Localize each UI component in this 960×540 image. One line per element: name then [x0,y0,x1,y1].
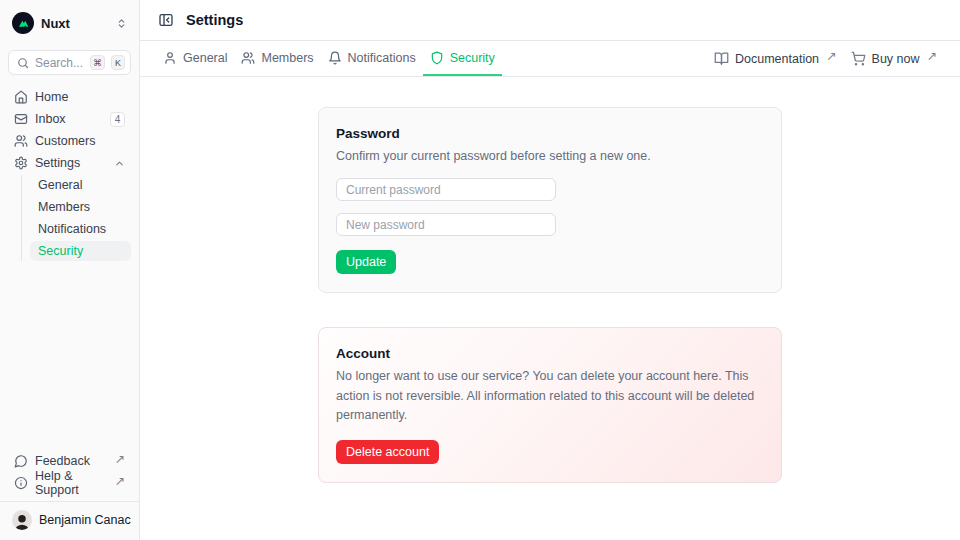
sidebar-item-label: Notifications [38,222,123,236]
chevrons-up-down-icon [116,18,127,29]
panel-left-close-icon [158,12,174,28]
tab-members[interactable]: Members [234,41,320,76]
sidebar-item-label: Help & Support [35,469,107,497]
kbd-k: K [111,55,125,70]
external-link-icon: ↗ [115,473,125,488]
avatar [12,510,32,530]
sidebar-item-label: Inbox [35,112,103,126]
documentation-link[interactable]: Documentation ↗ [707,41,844,76]
home-icon [14,90,28,104]
sidebar-item-home[interactable]: Home [8,87,131,107]
sidebar-nav: Home Inbox 4 Customers Settings [8,87,131,261]
sidebar-item-label: Feedback [35,454,107,468]
sidebar-item-label: Security [38,244,123,258]
users-icon [241,51,255,65]
nuxt-logo-icon [12,12,34,34]
sidebar-item-label: Home [35,90,125,104]
settings-subnav: General Members Notifications Security [21,175,131,261]
delete-account-button[interactable]: Delete account [336,440,439,464]
settings-tabbar: General Members Notifications Security [140,41,960,77]
sidebar-item-general[interactable]: General [30,175,131,195]
password-card: Password Confirm your current password b… [318,107,782,293]
shield-icon [430,51,444,65]
info-circle-icon [14,476,28,490]
sidebar-item-members[interactable]: Members [30,197,131,217]
shopping-cart-icon [851,51,866,66]
sidebar-item-label: Settings [35,156,107,170]
gear-icon [14,156,28,170]
inbox-count-badge: 4 [110,112,125,127]
tab-general[interactable]: General [156,41,234,76]
search-placeholder: Search... [35,56,84,70]
app-window: Nuxt Search... ⌘ K Home [0,0,960,540]
sidebar-footer-nav: Feedback ↗ Help & Support ↗ [8,451,131,501]
user-icon [163,51,177,65]
current-password-field[interactable] [336,178,556,201]
sidebar-item-notifications[interactable]: Notifications [30,219,131,239]
tab-notifications[interactable]: Notifications [321,41,423,76]
sidebar: Nuxt Search... ⌘ K Home [0,0,140,540]
new-password-field[interactable] [336,213,556,236]
sidebar-item-label: General [38,178,123,192]
search-input[interactable]: Search... ⌘ K [8,50,131,75]
tab-label: Members [261,51,313,65]
sidebar-item-security[interactable]: Security [30,241,131,261]
external-link-icon: ↗ [826,48,836,63]
bell-icon [328,51,342,65]
collapse-sidebar-button[interactable] [156,10,176,30]
account-card-description: No longer want to use our service? You c… [336,367,764,425]
chevron-up-icon [114,158,125,169]
search-icon [17,57,29,69]
sidebar-item-inbox[interactable]: Inbox 4 [8,109,131,129]
password-card-description: Confirm your current password before set… [336,147,764,166]
page-title: Settings [186,12,243,28]
sidebar-item-feedback[interactable]: Feedback ↗ [8,451,131,471]
main-panel: Settings General Members Notifications [140,0,960,540]
chat-bubble-icon [14,454,28,468]
workspace-selector[interactable]: Nuxt [8,8,131,38]
book-open-icon [714,51,729,66]
users-icon [14,134,28,148]
external-link-icon: ↗ [927,48,937,63]
tab-security[interactable]: Security [423,41,502,76]
mail-icon [14,112,28,126]
settings-security-content: Password Confirm your current password b… [140,77,960,540]
sidebar-item-label: Customers [35,134,125,148]
action-label: Documentation [735,52,819,66]
tab-label: General [183,51,227,65]
sidebar-item-label: Members [38,200,123,214]
user-name: Benjamin Canac [39,513,131,527]
sidebar-item-help-support[interactable]: Help & Support ↗ [8,473,131,493]
tab-label: Notifications [348,51,416,65]
kbd-cmd: ⌘ [90,55,105,70]
action-label: Buy now [872,52,920,66]
tab-label: Security [450,51,495,65]
sidebar-item-settings[interactable]: Settings [8,153,131,173]
update-password-button[interactable]: Update [336,250,396,274]
account-card: Account No longer want to use our servic… [318,327,782,482]
account-card-title: Account [336,346,764,361]
password-card-title: Password [336,126,764,141]
external-link-icon: ↗ [115,451,125,466]
buy-now-link[interactable]: Buy now ↗ [844,41,944,76]
sidebar-item-customers[interactable]: Customers [8,131,131,151]
user-menu[interactable]: Benjamin Canac [8,502,131,532]
workspace-name: Nuxt [41,16,109,31]
page-header: Settings [140,0,960,41]
